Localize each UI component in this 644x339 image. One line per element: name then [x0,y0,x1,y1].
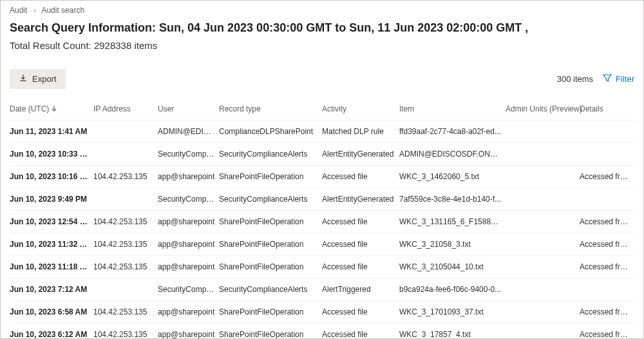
cell-user: app@sharepoint [158,324,219,340]
cell-item: b9ca924a-fee6-f06c-9400-0... [399,278,506,301]
export-button-label: Export [32,74,57,84]
col-header-details[interactable]: Details [580,99,634,121]
cell-ip [93,188,158,211]
cell-ip: 104.42.253.135 [93,211,158,233]
table-row[interactable]: Jun 10, 2023 10:16 PM104.42.253.135app@s… [10,166,634,188]
cell-date: Jun 10, 2023 9:49 PM [10,188,93,211]
table-row[interactable]: Jun 10, 2023 10:33 PMSecurityComplianc..… [10,143,634,166]
cell-details: Accessed from "PreservationHold... [580,211,634,233]
col-header-activity[interactable]: Activity [322,99,399,121]
cell-date: Jun 10, 2023 6:12 AM [10,324,93,340]
cell-item: WKC_3_1701093_37.txt [399,301,506,324]
export-button[interactable]: Export [10,69,66,89]
cell-ip: 104.42.253.135 [93,256,158,278]
breadcrumb-root[interactable]: Audit [10,6,27,15]
cell-item: 7af559ce-3c8e-4e1d-b140-f... [399,188,506,211]
cell-item: ffd39aaf-2c77-4ca8-a02f-ed... [399,121,506,143]
cell-activity: Accessed file [322,301,399,324]
col-header-date-label: Date (UTC) [10,104,49,113]
cell-admin [506,301,580,324]
cell-record: ComplianceDLPSharePoint [219,121,322,143]
cell-user: SecurityComplianc... [158,143,219,166]
cell-admin [506,166,580,188]
filter-button-label: Filter [616,74,634,84]
cell-record: SharePointFileOperation [219,211,322,233]
table-row[interactable]: Jun 10, 2023 9:49 PMSecurityComplianc...… [10,188,634,211]
table-row[interactable]: Jun 10, 2023 11:32 AM104.42.253.135app@s… [10,233,634,256]
cell-details [580,121,634,143]
cell-user: app@sharepoint [158,233,219,256]
result-count: Total Result Count: 2928338 items [10,40,634,51]
cell-activity: Accessed file [322,256,399,278]
cell-date: Jun 10, 2023 10:33 PM [10,143,93,166]
breadcrumb: Audit › Audit search [10,6,634,15]
cell-item: WKC_3_21058_3.txt [399,233,506,256]
cell-item: WKC_3_2105044_10.txt [399,256,506,278]
cell-ip: 104.42.253.135 [93,233,158,256]
cell-ip [93,278,158,301]
col-header-date[interactable]: Date (UTC) [10,99,93,121]
table-row[interactable]: Jun 10, 2023 6:12 AM104.42.253.135app@sh… [10,324,634,340]
cell-record: SecurityComplianceAlerts [219,188,322,211]
cell-admin [506,188,580,211]
col-header-admin[interactable]: Admin Units (Preview) [506,99,580,121]
cell-activity: AlertEntityGenerated [322,143,399,166]
table-row[interactable]: Jun 10, 2023 6:58 AM104.42.253.135app@sh… [10,301,634,324]
cell-activity: AlertTriggered [322,278,399,301]
cell-ip: 104.42.253.135 [93,324,158,340]
cell-admin [506,121,580,143]
cell-user: app@sharepoint [158,211,219,233]
cell-record: SharePointFileOperation [219,324,322,340]
toolbar: Export 300 items Filter [10,69,634,89]
breadcrumb-current: Audit search [41,6,84,15]
cell-record: SharePointFileOperation [219,233,322,256]
cell-activity: Accessed file [322,211,399,233]
cell-admin [506,324,580,340]
page-title: Search Query Information: Sun, 04 Jun 20… [10,21,634,35]
col-header-ip[interactable]: IP Address [93,99,158,121]
cell-activity: Accessed file [322,324,399,340]
table-row[interactable]: Jun 10, 2023 12:54 PM104.42.253.135app@s… [10,211,634,233]
cell-date: Jun 10, 2023 10:16 PM [10,166,93,188]
cell-user: app@sharepoint [158,166,219,188]
cell-admin [506,211,580,233]
results-table: Date (UTC) IP Address User Record type A… [10,99,634,339]
cell-ip [93,121,158,143]
col-header-user[interactable]: User [158,99,219,121]
filter-button[interactable]: Filter [602,73,634,85]
cell-date: Jun 10, 2023 12:54 PM [10,211,93,233]
table-row[interactable]: Jun 10, 2023 7:12 AMSecurityComplianc...… [10,278,634,301]
cell-details: Accessed from "IPML_WKC_3_395" [580,233,634,256]
cell-item: WKC_3_131165_6_F1588813-... [399,211,506,233]
cell-record: SharePointFileOperation [219,256,322,278]
col-header-record[interactable]: Record type [219,99,322,121]
col-header-item[interactable]: Item [399,99,506,121]
cell-activity: Matched DLP rule [322,121,399,143]
cell-item: WKC_3_17857_4.txt [399,324,506,340]
cell-user: app@sharepoint [158,301,219,324]
cell-details [580,278,634,301]
table-row[interactable]: Jun 11, 2023 1:41 AMADMIN@EDISCOS...Comp… [10,121,634,143]
cell-details [580,143,634,166]
cell-user: ADMIN@EDISCOS... [158,121,219,143]
cell-details: Accessed from "IPML_WKC_3_395" [580,256,634,278]
cell-admin [506,256,580,278]
download-icon [19,73,28,84]
cell-record: SecurityComplianceAlerts [219,143,322,166]
cell-item: ADMIN@EDISCOSDF.ONMI... [399,143,506,166]
cell-date: Jun 11, 2023 1:41 AM [10,121,93,143]
cell-item: WKC_3_1462060_5.txt [399,166,506,188]
cell-user: app@sharepoint [158,256,219,278]
table-row[interactable]: Jun 10, 2023 11:18 AM104.42.253.135app@s… [10,256,634,278]
cell-date: Jun 10, 2023 11:32 AM [10,233,93,256]
cell-date: Jun 10, 2023 7:12 AM [10,278,93,301]
arrow-down-icon [51,104,57,113]
breadcrumb-separator: › [33,6,36,15]
cell-user: SecurityComplianc... [158,278,219,301]
filter-icon [602,73,612,85]
cell-record: SecurityComplianceAlerts [219,278,322,301]
cell-details [580,188,634,211]
cell-record: SharePointFileOperation [219,166,322,188]
cell-date: Jun 10, 2023 6:58 AM [10,301,93,324]
cell-user: SecurityComplianc... [158,188,219,211]
